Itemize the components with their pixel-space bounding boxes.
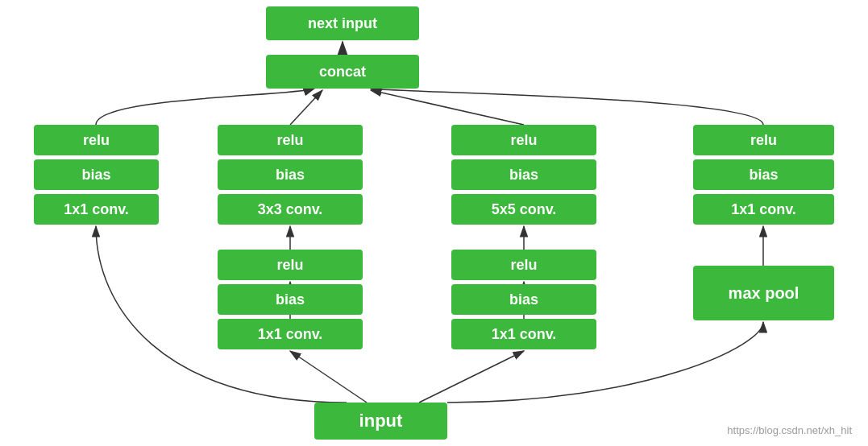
concat-node: concat: [266, 55, 419, 89]
watermark: https://blog.csdn.net/xh_hit: [727, 424, 852, 436]
col3-conv55-node: 5x5 conv.: [451, 194, 596, 225]
col2-relu2-node: relu: [218, 250, 363, 280]
col3-conv11-node: 1x1 conv.: [451, 319, 596, 349]
col4-conv-node: 1x1 conv.: [693, 194, 834, 225]
col3-bias2-node: bias: [451, 284, 596, 315]
col2-conv33-node: 3x3 conv.: [218, 194, 363, 225]
col1-conv-node: 1x1 conv.: [34, 194, 159, 225]
col2-bias2-node: bias: [218, 284, 363, 315]
next-input-node: next input: [266, 6, 419, 40]
col4-relu-node: relu: [693, 125, 834, 155]
diagram: next input concat relu bias 1x1 conv. re…: [0, 0, 868, 446]
col3-relu2-node: relu: [451, 250, 596, 280]
col1-relu-node: relu: [34, 125, 159, 155]
col4-maxpool-node: max pool: [693, 266, 834, 320]
col1-bias-node: bias: [34, 159, 159, 190]
col3-relu-node: relu: [451, 125, 596, 155]
svg-line-3: [290, 90, 322, 125]
svg-line-10: [290, 351, 367, 403]
col4-bias-node: bias: [693, 159, 834, 190]
svg-line-4: [371, 90, 524, 125]
col2-conv11-node: 1x1 conv.: [218, 319, 363, 349]
svg-line-11: [419, 351, 524, 403]
col2-bias-node: bias: [218, 159, 363, 190]
col3-bias-node: bias: [451, 159, 596, 190]
input-node: input: [314, 403, 447, 440]
col2-relu-node: relu: [218, 125, 363, 155]
